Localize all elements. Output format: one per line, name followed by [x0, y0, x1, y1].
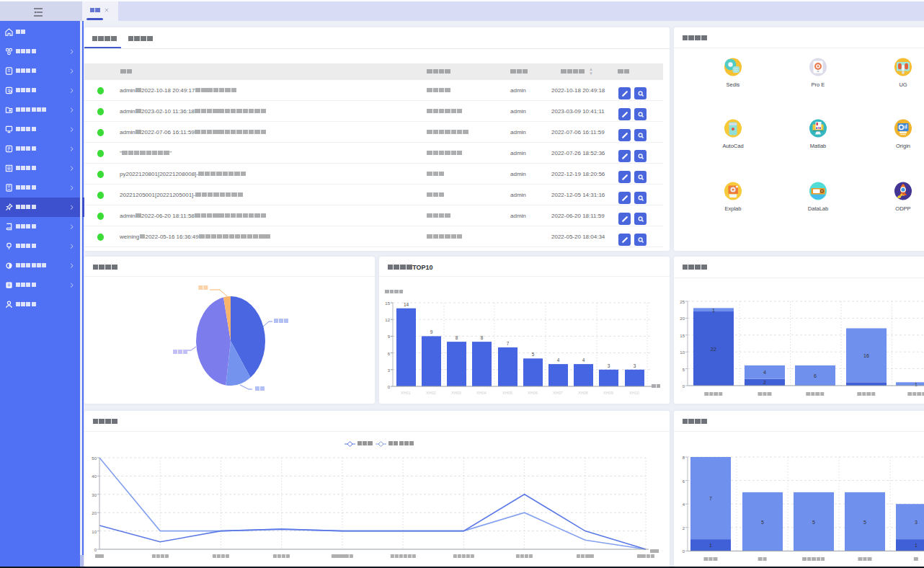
svg-text:30: 30: [92, 493, 97, 497]
svg-text:7: 7: [507, 341, 510, 346]
svg-text:1: 1: [712, 308, 715, 313]
svg-text:5: 5: [761, 520, 764, 525]
svg-text:0: 0: [683, 384, 685, 389]
svg-text:0: 0: [94, 548, 97, 552]
svg-text:0: 0: [388, 385, 391, 389]
svg-text:10: 10: [92, 530, 97, 534]
svg-text:7: 7: [709, 496, 712, 501]
svg-text:12: 12: [385, 318, 390, 322]
svg-text:9: 9: [430, 329, 433, 334]
svg-text:2: 2: [763, 380, 766, 385]
svg-text:16: 16: [863, 353, 869, 358]
svg-text:3: 3: [634, 363, 636, 368]
svg-text:3: 3: [915, 520, 918, 525]
svg-text:20: 20: [680, 316, 685, 321]
svg-text:15: 15: [385, 301, 390, 306]
svg-text:5: 5: [863, 520, 866, 525]
svg-text:0: 0: [683, 549, 685, 554]
svg-text:40: 40: [92, 474, 97, 479]
svg-text:3: 3: [608, 363, 610, 368]
svg-text:8: 8: [481, 335, 484, 340]
svg-text:8: 8: [683, 456, 685, 460]
svg-text:4: 4: [582, 358, 585, 363]
svg-text:1: 1: [709, 543, 712, 548]
svg-text:50: 50: [92, 456, 97, 461]
svg-text:25: 25: [680, 300, 685, 304]
svg-text:15: 15: [680, 334, 685, 338]
svg-text:4: 4: [557, 358, 560, 363]
svg-text:20: 20: [92, 511, 97, 515]
svg-text:5: 5: [812, 520, 815, 525]
svg-text:5: 5: [683, 368, 685, 372]
svg-text:6: 6: [388, 352, 391, 356]
svg-text:9: 9: [388, 334, 391, 339]
svg-text:14: 14: [404, 302, 409, 307]
svg-text:2: 2: [683, 526, 685, 531]
svg-text:22: 22: [711, 347, 716, 352]
svg-text:3: 3: [388, 368, 391, 373]
svg-text:4: 4: [763, 370, 766, 375]
svg-text:10: 10: [680, 350, 685, 355]
svg-text:6: 6: [683, 479, 685, 484]
svg-text:4: 4: [683, 502, 685, 507]
svg-text:1: 1: [915, 543, 918, 548]
svg-text:6: 6: [814, 373, 817, 378]
svg-text:8: 8: [456, 335, 458, 340]
svg-text:1: 1: [915, 382, 918, 387]
svg-text:5: 5: [532, 352, 535, 357]
